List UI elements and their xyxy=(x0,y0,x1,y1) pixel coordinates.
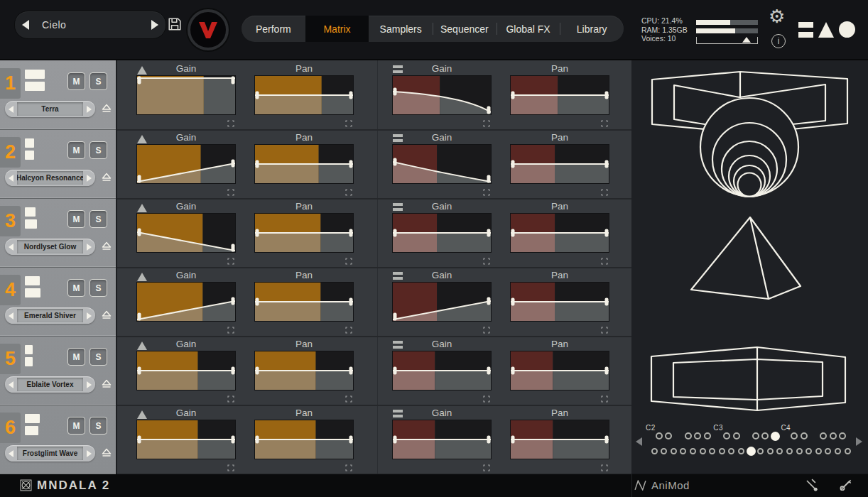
expand-icon[interactable] xyxy=(601,393,608,400)
pitch-slash-icon[interactable] xyxy=(839,479,852,495)
settings-gear-icon[interactable]: ⚙ xyxy=(769,6,785,27)
mute-button[interactable]: M xyxy=(67,141,85,159)
slot-number[interactable]: 4 xyxy=(0,275,21,305)
envelope-cell-pan[interactable] xyxy=(511,214,609,252)
sample-next-button[interactable] xyxy=(83,106,95,113)
expand-icon[interactable] xyxy=(227,117,234,124)
envelope-cell-pan[interactable] xyxy=(511,420,609,459)
tab-perform[interactable]: Perform xyxy=(242,16,305,42)
envelope-cell-gain[interactable] xyxy=(393,214,491,252)
expand-icon[interactable] xyxy=(483,186,490,193)
preset-prev-button[interactable] xyxy=(15,11,36,38)
expand-icon[interactable] xyxy=(227,393,234,400)
mute-button[interactable]: M xyxy=(67,417,85,435)
preset-name[interactable]: Cielo xyxy=(36,19,144,31)
expand-icon[interactable] xyxy=(483,117,490,124)
expand-icon[interactable] xyxy=(601,462,608,469)
envelope-cell-gain[interactable] xyxy=(393,420,491,459)
mute-button[interactable]: M xyxy=(67,348,85,366)
tuning-fork-icon[interactable] xyxy=(805,479,818,495)
sample-name[interactable]: Frostglimt Wave xyxy=(17,447,83,460)
expand-icon[interactable] xyxy=(227,324,234,331)
expand-icon[interactable] xyxy=(345,393,352,400)
envelope-cell-pan[interactable] xyxy=(511,283,609,321)
envelope-cell-gain[interactable] xyxy=(393,283,491,321)
envelope-cell-pan[interactable] xyxy=(511,351,609,390)
eject-button[interactable] xyxy=(102,104,112,116)
sample-name[interactable]: Eblaite Vortex xyxy=(17,378,83,391)
envelope-cell-pan[interactable] xyxy=(255,145,353,183)
envelope-cell-pan[interactable] xyxy=(255,283,353,321)
envelope-cell-pan[interactable] xyxy=(255,76,353,114)
expand-icon[interactable] xyxy=(227,255,234,262)
expand-icon[interactable] xyxy=(483,393,490,400)
eject-button[interactable] xyxy=(102,379,112,392)
slot-number[interactable]: 1 xyxy=(0,68,21,99)
solo-button[interactable]: S xyxy=(89,417,107,435)
solo-button[interactable]: S xyxy=(89,72,107,90)
solo-button[interactable]: S xyxy=(89,279,107,297)
expand-icon[interactable] xyxy=(345,255,352,262)
sample-prev-button[interactable] xyxy=(5,244,17,251)
expand-icon[interactable] xyxy=(601,324,608,331)
envelope-cell-pan[interactable] xyxy=(255,420,353,459)
envelope-cell-gain[interactable] xyxy=(137,420,235,459)
sample-name[interactable]: Nordlyset Glow xyxy=(17,240,83,253)
sample-next-button[interactable] xyxy=(83,312,95,320)
tab-sequencer[interactable]: Sequencer xyxy=(433,16,497,42)
sample-prev-button[interactable] xyxy=(5,312,17,320)
save-preset-button[interactable] xyxy=(168,17,182,31)
mute-button[interactable]: M xyxy=(67,279,85,297)
envelope-cell-gain[interactable] xyxy=(393,351,491,390)
slot-number[interactable]: 3 xyxy=(0,206,21,236)
mute-button[interactable]: M xyxy=(67,210,85,228)
eject-button[interactable] xyxy=(102,173,112,185)
sample-next-button[interactable] xyxy=(83,450,95,457)
sample-name[interactable]: Emerald Shiver xyxy=(17,309,83,322)
solo-button[interactable]: S xyxy=(89,348,107,366)
slot-number[interactable]: 5 xyxy=(0,344,21,374)
sample-next-button[interactable] xyxy=(83,175,95,182)
keyrange-right-arrow[interactable] xyxy=(856,437,862,446)
eject-button[interactable] xyxy=(102,448,112,461)
envelope-cell-gain[interactable] xyxy=(137,283,235,321)
sample-name[interactable]: Terra xyxy=(17,102,83,116)
envelope-cell-pan[interactable] xyxy=(255,351,353,390)
sample-prev-button[interactable] xyxy=(5,381,17,388)
envelope-cell-gain[interactable] xyxy=(137,214,235,252)
envelope-cell-pan[interactable] xyxy=(511,145,609,183)
expand-icon[interactable] xyxy=(345,117,352,124)
envelope-cell-pan[interactable] xyxy=(255,214,353,252)
sample-prev-button[interactable] xyxy=(5,106,17,113)
envelope-cell-gain[interactable] xyxy=(137,76,235,114)
expand-icon[interactable] xyxy=(345,462,352,469)
slot-number[interactable]: 2 xyxy=(0,137,21,168)
tab-library[interactable]: Library xyxy=(560,16,624,42)
voices-slider[interactable] xyxy=(696,37,758,44)
expand-icon[interactable] xyxy=(227,186,234,193)
envelope-cell-pan[interactable] xyxy=(511,76,609,114)
expand-icon[interactable] xyxy=(483,324,490,331)
expand-icon[interactable] xyxy=(345,324,352,331)
expand-icon[interactable] xyxy=(483,255,490,262)
envelope-cell-gain[interactable] xyxy=(137,351,235,390)
keyrange-left-arrow[interactable] xyxy=(636,437,642,446)
sample-prev-button[interactable] xyxy=(5,175,17,182)
solo-button[interactable]: S xyxy=(89,141,107,159)
envelope-cell-gain[interactable] xyxy=(137,145,235,183)
mute-button[interactable]: M xyxy=(67,72,85,90)
expand-icon[interactable] xyxy=(601,186,608,193)
slot-number[interactable]: 6 xyxy=(0,413,21,443)
sample-name[interactable]: Halcyon Resonance xyxy=(17,171,83,185)
tab-matrix[interactable]: Matrix xyxy=(305,16,369,42)
sample-next-button[interactable] xyxy=(83,244,95,251)
tab-samplers[interactable]: Samplers xyxy=(369,16,433,42)
expand-icon[interactable] xyxy=(227,462,234,469)
eject-button[interactable] xyxy=(102,310,112,323)
expand-icon[interactable] xyxy=(345,186,352,193)
sample-prev-button[interactable] xyxy=(5,450,17,457)
expand-icon[interactable] xyxy=(601,117,608,124)
envelope-cell-gain[interactable] xyxy=(393,145,491,183)
preset-next-button[interactable] xyxy=(144,11,166,38)
eject-button[interactable] xyxy=(102,241,112,254)
